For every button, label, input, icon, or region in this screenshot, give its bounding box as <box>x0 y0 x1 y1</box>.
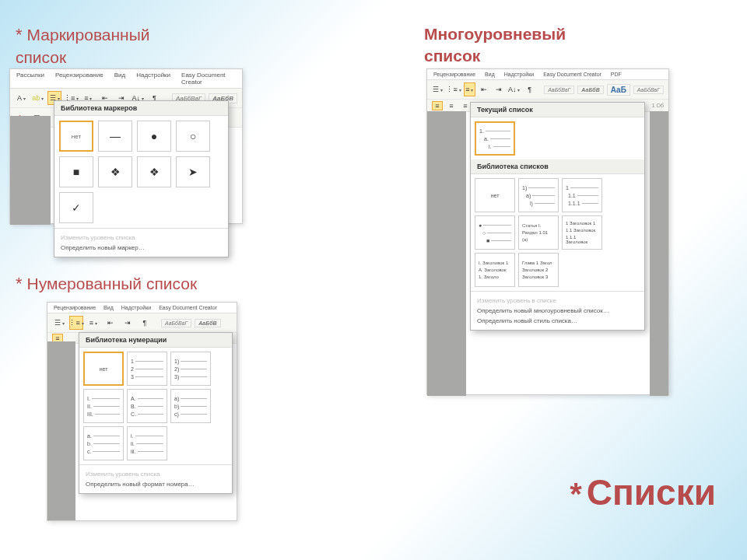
bullet-option[interactable]: ➤ <box>176 156 210 187</box>
number-option-none[interactable]: нет <box>83 352 124 386</box>
change-level-item: Изменить уровень списка <box>61 233 222 243</box>
current-list: 1. a. i. <box>471 117 644 159</box>
dropdown-footer: Изменить уровень списка Определить новый… <box>54 228 228 257</box>
define-new-style-item[interactable]: Определить новый стиль списка… <box>477 316 638 326</box>
tab[interactable]: Рассылки <box>16 72 44 86</box>
style-preview[interactable]: АаБбВ <box>195 319 220 327</box>
change-level-item: Изменить уровень в списке <box>477 296 638 306</box>
align-right-icon[interactable]: ≡ <box>460 101 471 110</box>
none-label: нет <box>491 193 500 198</box>
style-preview[interactable]: АаБбВвГ <box>161 319 191 327</box>
number-option[interactable]: I.II.III. <box>83 389 124 423</box>
asterisk-icon: * <box>16 25 23 44</box>
bullets-button[interactable]: ☰ <box>432 82 444 96</box>
ml-option[interactable]: 1)a)i) <box>518 178 559 212</box>
numbering-button[interactable]: ⋮≡ <box>69 316 83 330</box>
bullets-button[interactable]: ☰ <box>52 316 66 330</box>
number-option[interactable]: a)b)c) <box>170 389 211 423</box>
bullet-option-none[interactable]: нет <box>59 121 93 152</box>
bullets-dropdown: Библиотека маркеров нет — ● ○ ■ ❖ ❖ ➤ ✓ … <box>54 100 229 257</box>
numbering-dropdown: Библиотека нумерации нет 123 1)2)3) I.II… <box>79 332 233 494</box>
tab[interactable]: Вид <box>103 305 114 310</box>
number-option[interactable]: 1)2)3) <box>170 352 211 386</box>
style-preview[interactable]: АаБ <box>607 84 630 96</box>
ribbon-tabs: Рецензирование Вид Надстройки Easy Docum… <box>47 303 237 313</box>
define-new-item[interactable]: Определить новый формат номера… <box>86 479 226 489</box>
numbered-title: Нумерованный список <box>27 275 198 292</box>
pilcrow-icon[interactable]: ¶ <box>524 82 535 96</box>
ml-option[interactable]: 1 Заголовок 11.1 Заголовок1.1.1 Заголово… <box>562 215 602 250</box>
style-preview[interactable]: АаБбВвГ <box>633 86 664 94</box>
ribbon-toolbar: ☰ ⋮≡ ≡ ⇤ ⇥ A↓ ¶ АаБбВвГ АаБбВ АаБ АаБбВв… <box>427 80 668 100</box>
tab[interactable]: Вид <box>485 72 495 77</box>
sort-icon[interactable]: A↓ <box>507 82 521 96</box>
number-option[interactable]: 123 <box>127 352 167 386</box>
tab[interactable]: Рецензирование <box>433 72 475 77</box>
current-list-title: Текущий список <box>471 103 644 117</box>
ml-option[interactable]: 11.11.1.1 <box>562 178 602 212</box>
number-option[interactable]: A.B.C. <box>127 389 167 423</box>
multilevel-dropdown: Текущий список 1. a. i. Библиотека списк… <box>470 102 645 331</box>
change-level-item: Изменить уровень списка <box>86 469 226 479</box>
ml-option[interactable]: I. Заголовок 1A. Заголовок1. Заголо <box>475 253 515 287</box>
numbering-grid: нет 123 1)2)3) I.II.III. A.B.C. a)b)c) a… <box>79 348 232 464</box>
tab[interactable]: Надстройки <box>504 72 534 77</box>
indent-dec-icon[interactable]: ⇤ <box>103 316 117 330</box>
multilevel-button[interactable]: ≡ <box>86 316 100 330</box>
bullet-grid: нет — ● ○ ■ ❖ ❖ ➤ ✓ <box>54 116 228 228</box>
ml-option[interactable]: Статья I.Раздел 1.01(a) <box>518 215 559 250</box>
tab[interactable]: PDF <box>611 72 622 77</box>
bullet-option[interactable]: ● <box>137 121 171 152</box>
define-new-item[interactable]: Определить новый маркер… <box>61 243 222 253</box>
ribbon-toolbar: ☰ ⋮≡ ≡ ⇤ ⇥ ¶ АаБбВвГ АаБбВ <box>47 313 237 333</box>
bullet-option[interactable]: ■ <box>59 156 93 187</box>
ml-option-none[interactable]: нет <box>475 178 515 212</box>
number-option[interactable]: i.ii.iii. <box>127 426 167 460</box>
tab[interactable]: Easy Document Creator <box>159 305 217 310</box>
define-new-ml-item[interactable]: Определить новый многоуровневый список… <box>477 306 638 316</box>
indent-dec-icon[interactable]: ⇤ <box>479 82 490 96</box>
tab[interactable]: Надстройки <box>121 305 151 310</box>
indent-inc-icon[interactable]: ⇥ <box>121 316 135 330</box>
bulleted-title: Маркированный список <box>16 26 150 66</box>
highlight-icon[interactable]: ab <box>31 91 44 105</box>
align-center-icon[interactable]: ≡ <box>446 101 457 110</box>
number-option[interactable]: a.b.c. <box>83 426 124 460</box>
multilevel-button[interactable]: ≡ <box>464 82 475 96</box>
multilevel-title: Многоуровневый список <box>424 25 566 65</box>
style-sub-label: 1 Об <box>652 103 664 108</box>
screenshot-multilevel: Рецензирование Вид Надстройки Easy Docum… <box>426 68 669 395</box>
bullet-option[interactable]: ❖ <box>98 156 132 187</box>
dropdown-footer: Изменить уровень списка Определить новый… <box>79 464 232 493</box>
ribbon-tabs: Рецензирование Вид Надстройки Easy Docum… <box>427 69 668 80</box>
indent-inc-icon[interactable]: ⇥ <box>493 82 504 96</box>
tab[interactable]: Вид <box>114 72 125 86</box>
numbering-button[interactable]: ⋮≡ <box>447 82 461 96</box>
ribbon-tabs: Рассылки Рецензирование Вид Надстройки E… <box>10 69 242 89</box>
asterisk-icon: * <box>570 477 582 511</box>
library-title: Библиотека маркеров <box>54 101 228 116</box>
ml-option-current[interactable]: 1. a. i. <box>475 121 515 156</box>
library-title: Библиотека нумерации <box>79 333 232 348</box>
none-label: нет <box>100 366 108 372</box>
align-left-icon[interactable]: ≡ <box>432 101 443 110</box>
style-preview[interactable]: АаБбВвГ <box>544 86 574 94</box>
tab[interactable]: Рецензирование <box>54 305 96 310</box>
ml-option[interactable]: ●○■ <box>475 215 515 250</box>
ml-option[interactable]: Глава 1 ЗаголЗаголовок 2Заголовок 3 <box>518 253 559 287</box>
ml-grid: нет 1)a)i) 11.11.1.1 ●○■ Статья I.Раздел… <box>471 174 644 291</box>
pilcrow-icon[interactable]: ¶ <box>138 316 152 330</box>
tab[interactable]: Easy Document Creator <box>181 72 236 86</box>
tab[interactable]: Надстройки <box>136 72 170 86</box>
font-color-icon[interactable]: A <box>15 91 28 105</box>
bullet-option[interactable]: — <box>98 121 132 152</box>
tab[interactable]: Easy Document Creator <box>543 72 601 77</box>
main-title: Списки <box>587 472 716 513</box>
bullet-option[interactable]: ○ <box>176 121 210 152</box>
dropdown-footer: Изменить уровень в списке Определить нов… <box>471 291 644 330</box>
bullet-option[interactable]: ✓ <box>59 192 93 223</box>
tab[interactable]: Рецензирование <box>55 72 103 86</box>
style-preview[interactable]: АаБбВ <box>577 86 603 94</box>
asterisk-icon: * <box>16 274 23 293</box>
bullet-option[interactable]: ❖ <box>137 156 171 187</box>
